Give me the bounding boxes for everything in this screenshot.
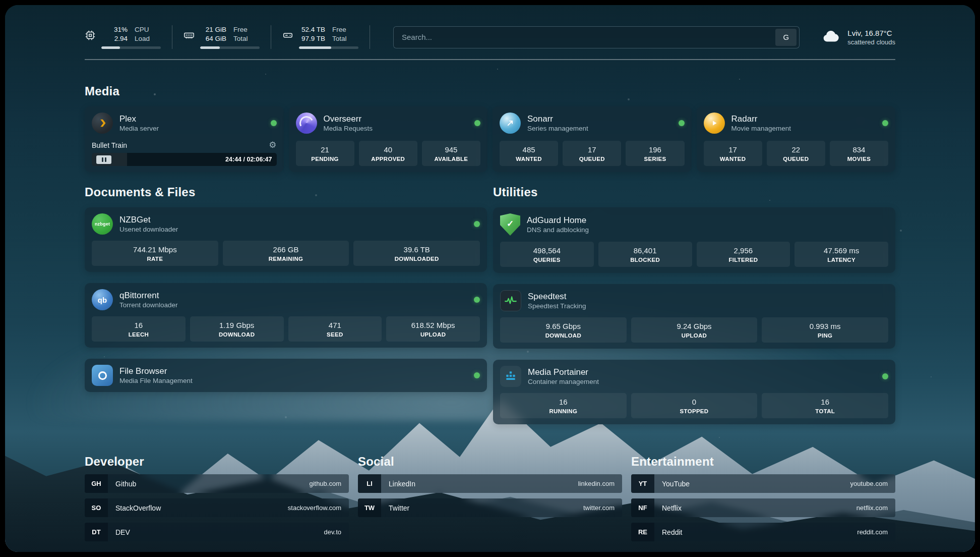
bookmark-name: StackOverflow bbox=[115, 504, 161, 512]
status-dot bbox=[474, 120, 480, 126]
bookmark-name: Reddit bbox=[662, 528, 682, 536]
status-dot bbox=[474, 221, 480, 227]
stat-queued: 17QUEUED bbox=[563, 141, 621, 166]
section-title-documents: Documents & Files bbox=[85, 185, 487, 199]
stat-upload: 9.24 GbpsUPLOAD bbox=[631, 317, 758, 343]
stat-download: 9.65 GbpsDOWNLOAD bbox=[500, 317, 627, 343]
app-card-qbittorrent[interactable]: qb qBittorrent Torrent downloader 16LEEC… bbox=[85, 283, 487, 348]
bookmark-url: stackoverflow.com bbox=[288, 504, 341, 512]
app-name: Speedtest bbox=[528, 292, 586, 301]
bookmark-url: linkedin.com bbox=[578, 480, 615, 487]
bookmark-group-social: Social LI LinkedIn linkedin.com TW Twitt… bbox=[358, 455, 622, 517]
app-subtitle: Series management bbox=[527, 125, 588, 132]
stat-wanted: 485WANTED bbox=[500, 141, 558, 166]
memory-metric: 21 GiB Free 64 GiB Total bbox=[183, 25, 271, 49]
app-card-filebrowser[interactable]: File Browser Media File Management bbox=[85, 359, 487, 392]
bookmarks-section: Developer GH Github github.com SO StackO… bbox=[85, 455, 895, 552]
bookmark-name: DEV bbox=[115, 528, 130, 536]
app-name: Overseerr bbox=[324, 115, 373, 123]
stat-approved: 40APPROVED bbox=[359, 141, 417, 166]
pause-button[interactable] bbox=[96, 155, 111, 164]
app-card-plex[interactable]: Plex Media server Bullet Train ⚙ bbox=[85, 106, 284, 172]
cpu-usage-label: CPU bbox=[135, 25, 149, 34]
cpu-usage-bar bbox=[101, 46, 161, 49]
stat-remaining: 266 GBREMAINING bbox=[223, 241, 349, 266]
bookmark-netflix[interactable]: NF Netflix netflix.com bbox=[631, 498, 895, 517]
bookmark-linkedin[interactable]: LI LinkedIn linkedin.com bbox=[358, 474, 622, 493]
bookmark-twitter[interactable]: TW Twitter twitter.com bbox=[358, 498, 622, 517]
app-card-portainer[interactable]: Media Portainer Container management 16R… bbox=[493, 360, 895, 424]
top-bar: 31% CPU 2.94 Load bbox=[85, 25, 895, 49]
bookmark-url: youtube.com bbox=[850, 480, 888, 487]
status-dot bbox=[882, 120, 888, 126]
bookmark-url: netflix.com bbox=[856, 504, 888, 512]
status-dot bbox=[882, 373, 888, 379]
stat-series: 196SERIES bbox=[626, 141, 684, 166]
app-name: Sonarr bbox=[527, 115, 588, 123]
plex-now-playing-widget: Bullet Train ⚙ 24:44 / 02:06:47 bbox=[92, 140, 277, 166]
app-subtitle: Media server bbox=[119, 125, 159, 132]
bookmark-url: dev.to bbox=[324, 528, 341, 536]
system-metrics: 31% CPU 2.94 Load bbox=[85, 25, 381, 49]
stat-queued: 22QUEUED bbox=[767, 141, 825, 166]
search-input[interactable] bbox=[394, 27, 775, 48]
app-subtitle: Movie management bbox=[731, 125, 791, 132]
app-name: qBittorrent bbox=[119, 291, 178, 300]
documents-column: Documents & Files nzbget NZBGet Usenet d… bbox=[85, 172, 487, 403]
cpu-load-label: Load bbox=[135, 34, 150, 43]
bookmark-stackoverflow[interactable]: SO StackOverflow stackoverflow.com bbox=[85, 498, 349, 517]
cpu-metric: 31% CPU 2.94 Load bbox=[85, 25, 172, 49]
stat-queries: 498,564QUERIES bbox=[500, 242, 594, 267]
app-subtitle: Usenet downloader bbox=[119, 226, 178, 233]
app-subtitle: Container management bbox=[528, 378, 599, 385]
app-card-sonarr[interactable]: Sonarr Series management 485WANTED 17QUE… bbox=[493, 106, 692, 172]
stat-download: 1.19 GbpsDOWNLOAD bbox=[190, 316, 284, 342]
search-bar[interactable]: G bbox=[393, 26, 800, 48]
playback-progress-bar[interactable]: 24:44 / 02:06:47 bbox=[92, 153, 277, 166]
status-dot bbox=[679, 120, 685, 126]
stat-seed: 471SEED bbox=[288, 316, 382, 342]
memory-free-label: Free bbox=[233, 25, 248, 34]
bookmark-youtube[interactable]: YT YouTube youtube.com bbox=[631, 474, 895, 493]
stat-stopped: 0STOPPED bbox=[631, 393, 758, 418]
dev-abbr-icon: DT bbox=[85, 523, 108, 541]
section-title-social: Social bbox=[358, 455, 622, 469]
dashboard-window: 31% CPU 2.94 Load bbox=[5, 5, 975, 552]
bookmark-name: Github bbox=[115, 480, 136, 488]
app-card-nzbget[interactable]: nzbget NZBGet Usenet downloader 744.21 M… bbox=[85, 207, 487, 272]
stat-filtered: 2,956FILTERED bbox=[697, 242, 790, 267]
app-subtitle: Media Requests bbox=[324, 125, 373, 132]
reddit-abbr-icon: RE bbox=[631, 523, 654, 541]
plex-icon bbox=[92, 113, 113, 134]
disk-icon bbox=[282, 30, 293, 49]
gear-icon[interactable]: ⚙ bbox=[269, 141, 276, 149]
bookmark-dev[interactable]: DT DEV dev.to bbox=[85, 523, 349, 541]
bookmark-name: YouTube bbox=[662, 480, 690, 488]
stat-blocked: 86,401BLOCKED bbox=[598, 242, 692, 267]
netflix-abbr-icon: NF bbox=[631, 498, 654, 517]
bookmark-reddit[interactable]: RE Reddit reddit.com bbox=[631, 523, 895, 541]
nzbget-icon: nzbget bbox=[92, 213, 113, 235]
app-subtitle: Media File Management bbox=[119, 377, 193, 384]
now-playing-title: Bullet Train bbox=[92, 141, 127, 149]
app-card-speedtest[interactable]: Speedtest Speedtest Tracking 9.65 GbpsDO… bbox=[493, 284, 895, 349]
header-divider bbox=[85, 59, 895, 60]
adguard-shield-icon: ✓ bbox=[500, 213, 520, 236]
section-title-utilities: Utilities bbox=[493, 185, 895, 199]
search-engine-button[interactable]: G bbox=[775, 29, 797, 46]
memory-free-value: 21 GiB bbox=[200, 25, 226, 34]
app-card-radarr[interactable]: Radarr Movie management 17WANTED 22QUEUE… bbox=[697, 106, 896, 172]
app-card-adguard[interactable]: ✓ AdGuard Home DNS and adblocking 498,56… bbox=[493, 207, 895, 273]
qbittorrent-icon: qb bbox=[92, 289, 113, 310]
stat-ping: 0.993 msPING bbox=[762, 317, 888, 343]
bookmark-url: github.com bbox=[309, 480, 341, 487]
dashboard-screen: 31% CPU 2.94 Load bbox=[0, 0, 980, 557]
bookmark-github[interactable]: GH Github github.com bbox=[85, 474, 349, 493]
app-subtitle: DNS and adblocking bbox=[527, 227, 589, 234]
app-name: AdGuard Home bbox=[527, 216, 589, 225]
app-card-overseerr[interactable]: Overseerr Media Requests 21PENDING 40APP… bbox=[289, 106, 488, 172]
weather-condition: scattered clouds bbox=[847, 38, 895, 46]
cloud-icon bbox=[822, 27, 841, 48]
stat-available: 945AVAILABLE bbox=[422, 141, 480, 166]
filebrowser-icon bbox=[92, 365, 113, 386]
